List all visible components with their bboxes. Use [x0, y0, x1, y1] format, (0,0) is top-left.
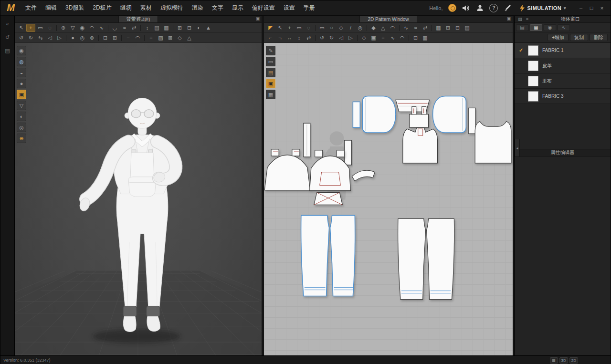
make-polygon-icon[interactable]: ◇ — [337, 24, 346, 32]
history-panel-icon[interactable]: ↺ — [3, 33, 12, 42]
menu-item-7[interactable]: 渲染 — [188, 2, 207, 13]
sew-free-icon[interactable]: ◡ — [110, 24, 119, 32]
rotate-right-icon[interactable]: ↻ — [327, 34, 336, 42]
panel-menu-icon[interactable]: ▤ — [517, 16, 523, 22]
swap-sewing-icon[interactable]: ⇄ — [129, 24, 138, 32]
menu-item-12[interactable]: 手册 — [300, 2, 319, 13]
fabric-swatch[interactable] — [528, 61, 538, 71]
show-avatar-icon[interactable]: ● — [68, 34, 77, 42]
notch-icon[interactable]: △ — [379, 24, 388, 32]
menu-item-2[interactable]: 3D服装 — [62, 2, 88, 13]
add-fabric-button[interactable]: +增加 — [548, 34, 569, 41]
show-xray-icon[interactable]: ⊚ — [87, 34, 96, 42]
view-mode-icon[interactable]: ◉ — [17, 46, 26, 55]
tab-topstitch-icon[interactable]: ∿ — [558, 24, 570, 31]
show-arrangement-icon[interactable]: ◎ — [78, 34, 87, 42]
elastic-icon[interactable]: ∿ — [388, 34, 397, 42]
piece-placket-right[interactable] — [468, 108, 475, 134]
flip-horizontal-icon[interactable]: ◁ — [337, 34, 346, 42]
gravity-icon[interactable]: △ — [185, 34, 194, 42]
maximize-button-icon[interactable]: □ — [587, 4, 596, 12]
render-quality-icon[interactable]: ▧ — [156, 34, 165, 42]
sew-free-2d-icon[interactable]: ∿ — [401, 24, 411, 32]
coin-icon[interactable] — [448, 4, 456, 12]
camera-lock-icon[interactable]: ◇ — [175, 34, 184, 42]
menu-item-8[interactable]: 文字 — [208, 2, 227, 13]
add-point-icon[interactable]: ▭ — [295, 24, 304, 32]
internal-circle-icon[interactable]: ◎ — [356, 24, 365, 32]
fabric-row-1[interactable]: 皮革 — [515, 58, 611, 73]
panel-options-icon[interactable]: ≡ — [524, 16, 530, 22]
fold-arrangement-icon[interactable]: ◠ — [87, 24, 96, 32]
viewport-2d[interactable]: ✎▭▤▣▦ — [264, 43, 513, 355]
panel-3d-menu-icon[interactable]: ▣ — [255, 16, 260, 21]
menu-item-10[interactable]: 偏好设置 — [248, 2, 279, 13]
tack-on-avatar-icon[interactable]: ◉ — [78, 24, 87, 32]
menu-item-11[interactable]: 设置 — [280, 2, 299, 13]
view-3d-toggle[interactable]: 3D — [559, 357, 568, 364]
menu-item-6[interactable]: 虚拟模特 — [157, 2, 187, 13]
transform-pattern-icon[interactable]: ◤ — [266, 24, 275, 32]
piece-bodice-back-center[interactable] — [403, 128, 438, 163]
align-tools-icon[interactable]: ⊞ — [443, 24, 453, 32]
safety-frame-icon[interactable]: ⊠ — [166, 34, 175, 42]
edit-curve-icon[interactable]: ◌ — [304, 24, 313, 32]
tab-fabric-icon[interactable]: ▦ — [530, 24, 542, 31]
pin-tool-icon[interactable]: ▽ — [68, 24, 77, 32]
piece-bodice-back-right[interactable] — [475, 121, 511, 163]
dart-icon[interactable]: ◆ — [369, 24, 378, 32]
property-editor-header[interactable]: 属性编辑器 — [515, 149, 611, 156]
fold-icon[interactable]: ↕ — [295, 34, 304, 42]
show-sewing-icon[interactable]: ⇄ — [421, 24, 430, 32]
tab-3d-document[interactable]: 背带裤.zprj — [118, 16, 158, 22]
unfold-icon[interactable]: ↔ — [285, 34, 294, 42]
close-button-icon[interactable]: × — [597, 4, 607, 12]
measure-circumference-icon[interactable]: ◠ — [133, 34, 142, 42]
show-strain-map-icon[interactable]: ◎ — [17, 123, 26, 132]
edit-texture-2d-icon[interactable]: ✎ — [266, 46, 275, 55]
make-circle-icon[interactable]: ○ — [327, 24, 336, 32]
piece-pocket[interactable] — [314, 193, 343, 205]
show-arrangement-points-icon[interactable]: ▣ — [17, 90, 26, 99]
flip-vertical-icon[interactable]: ▷ — [346, 34, 355, 42]
show-grid-2d-icon[interactable]: ▦ — [421, 34, 430, 42]
sidebar-collapse-icon[interactable]: ◂ — [515, 139, 520, 157]
fabric-row-2[interactable]: 里布 — [515, 73, 611, 89]
prev-pose-icon[interactable]: ◁ — [45, 34, 54, 42]
avatar-reset-icon[interactable]: ↻ — [26, 34, 35, 42]
piece-pants-right-panel-b[interactable] — [427, 218, 454, 299]
mirror-paste-icon[interactable]: ⇄ — [304, 34, 313, 42]
clone-pattern-icon[interactable]: ¬ — [275, 34, 284, 42]
fabric-swatch[interactable] — [528, 91, 538, 102]
menu-item-3[interactable]: 2D板片 — [89, 2, 115, 13]
tape-measure-icon[interactable]: − — [124, 34, 133, 42]
edit-pattern-icon[interactable]: ↖ — [275, 24, 284, 32]
piece-sleeve-right[interactable] — [433, 96, 466, 133]
pattern-grid-icon[interactable]: ▦ — [434, 24, 443, 32]
piece-placket-left[interactable] — [353, 102, 360, 127]
menu-item-4[interactable]: 缝纫 — [116, 2, 136, 13]
show-fabric-texture-icon[interactable]: ▤ — [266, 68, 275, 77]
panel-2d-menu-icon[interactable]: ▣ — [506, 16, 511, 21]
piece-pants-left-panel-b[interactable] — [330, 215, 355, 296]
show-pins-icon[interactable]: ▽ — [17, 101, 26, 110]
shade-view-icon[interactable]: ◐ — [194, 24, 203, 32]
pattern-outline-icon[interactable]: ⊡ — [411, 34, 420, 42]
trace-pattern-icon[interactable]: ⌐ — [266, 34, 275, 42]
piece-sleeve-left[interactable] — [362, 96, 396, 133]
measure-2d-icon[interactable]: ⊟ — [453, 24, 462, 32]
scene-list-icon[interactable]: ≡ — [147, 34, 156, 42]
zoom-out-3d-icon[interactable]: ⊟ — [185, 24, 194, 32]
menu-item-1[interactable]: 编辑 — [42, 2, 61, 13]
rotate-left-icon[interactable]: ↺ — [317, 34, 327, 42]
brush-icon[interactable] — [503, 4, 512, 12]
select-move-icon[interactable]: ↖ — [17, 24, 26, 32]
wind-controller-icon[interactable]: ∿ — [97, 24, 106, 32]
make-rectangle-icon[interactable]: ▭ — [317, 24, 327, 32]
menu-item-0[interactable]: 文件 — [21, 2, 41, 13]
internal-line-icon[interactable]: / — [346, 24, 355, 32]
tab-scene-icon[interactable]: ▤ — [516, 24, 528, 31]
piece-strap-strip-1[interactable] — [304, 123, 310, 157]
tab-buttons-icon[interactable]: ◉ — [544, 24, 556, 31]
box-select-icon[interactable]: ▭ — [36, 24, 45, 32]
